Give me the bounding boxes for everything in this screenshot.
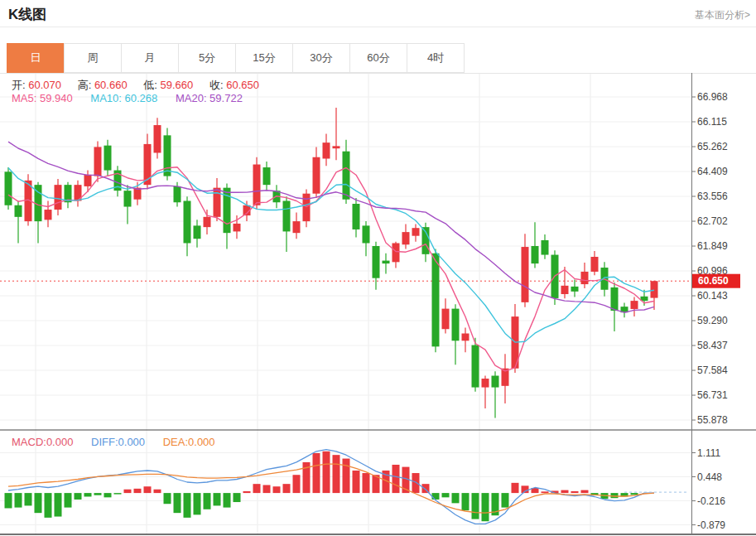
macd-hist-bar [472, 493, 479, 519]
candle-body [15, 205, 22, 217]
title-bar: K线图 基本面分析> [0, 0, 756, 27]
candle-body [482, 379, 489, 388]
macd-hist-bar [432, 493, 440, 500]
macd-hist-bar [224, 493, 231, 507]
open-label: 开: [12, 79, 26, 91]
macd-hist-bar [5, 493, 12, 508]
dea-value: DEA:0.000 [163, 436, 215, 448]
candle-body [253, 165, 261, 205]
y-axis-label: 63.556 [697, 191, 728, 202]
candle-body [94, 147, 102, 176]
candle-body [383, 261, 390, 264]
tab-period-4-15分[interactable]: 15分 [235, 43, 293, 73]
close-value: 60.650 [226, 79, 259, 91]
candle-body [581, 272, 589, 284]
macd-hist-bar [452, 493, 460, 503]
macd-hist-bar [293, 475, 301, 493]
macd-hist-bar [243, 491, 251, 493]
tab-period-3-5分[interactable]: 5分 [178, 43, 236, 73]
candle-body [651, 281, 658, 297]
candle-body [452, 309, 460, 341]
y-axis-label: 59.290 [697, 315, 728, 326]
candle-body [402, 232, 410, 244]
macd-hist-bar [84, 493, 92, 496]
macd-hist-bar [462, 493, 469, 510]
tab-period-6-60分[interactable]: 60分 [349, 43, 407, 73]
macd-hist-bar [561, 490, 569, 493]
candle-body [283, 200, 291, 231]
tab-period-7-4时[interactable]: 4时 [407, 43, 465, 73]
candle-body [492, 376, 499, 388]
candle-body [263, 167, 271, 185]
macd-hist-bar [25, 493, 32, 505]
macd-value: MACD:0.000 [12, 436, 73, 448]
macd-hist-bar [412, 473, 420, 493]
candle-body [104, 146, 112, 171]
candle-body [174, 186, 181, 202]
macd-hist-bar [134, 489, 142, 493]
candle-body [234, 224, 241, 231]
macd-hist-bar [542, 491, 549, 493]
candle-body [313, 157, 320, 194]
candle-body [472, 345, 479, 388]
ma5-value: MA5: 59.940 [12, 92, 73, 104]
macd-hist-bar [313, 453, 320, 493]
macd-hist-bar [45, 493, 52, 518]
macd-hist-bar [263, 485, 271, 493]
ma-legend: MA5: 59.940 MA10: 60.268 MA20: 59.722 [12, 92, 243, 104]
tab-period-0-日[interactable]: 日 [7, 43, 65, 73]
candle-body [631, 301, 638, 309]
candle-body [432, 254, 440, 347]
y-axis-label: 66.968 [697, 91, 728, 103]
open-value: 60.070 [28, 79, 61, 91]
macd-hist-bar [333, 455, 340, 493]
ma10-value: MA10: 60.268 [90, 92, 157, 104]
candle-body [323, 142, 330, 158]
macd-hist-bar [502, 493, 509, 507]
diff-value: DIFF:0.000 [91, 436, 145, 448]
y-axis-label: 61.849 [697, 240, 728, 252]
macd-hist-bar [273, 486, 281, 493]
macd-hist-bar [353, 471, 360, 493]
tab-period-1-周[interactable]: 周 [64, 43, 122, 73]
macd-hist-bar [253, 484, 261, 493]
macd-hist-bar [55, 493, 62, 516]
candle-body [55, 185, 62, 210]
candle-body [591, 257, 599, 272]
fundamental-analysis-link[interactable]: 基本面分析> [695, 8, 750, 22]
kline-page: K线图 基本面分析> 日周月5分15分30分60分4时 66.96866.115… [0, 0, 756, 536]
period-tab-bar: 日周月5分15分30分60分4时 [7, 43, 465, 73]
candle-body [392, 243, 400, 262]
tab-period-5-30分[interactable]: 30分 [292, 43, 350, 73]
candle-body [124, 191, 132, 206]
candle-body [333, 146, 340, 148]
macd-hist-bar [343, 459, 350, 494]
macd-legend: MACD:0.000 DIFF:0.000 DEA:0.000 [12, 436, 215, 448]
macd-axis-label: 0.448 [697, 471, 722, 483]
macd-hist-bar [323, 451, 330, 493]
candle-body [611, 287, 619, 311]
macd-hist-bar [442, 493, 450, 497]
macd-hist-bar [174, 493, 181, 513]
tab-period-2-月[interactable]: 月 [121, 43, 179, 73]
candle-body [343, 152, 350, 200]
candle-body [532, 246, 539, 263]
candle-body [164, 135, 171, 176]
candle-body [542, 240, 549, 255]
candle-body [214, 188, 221, 217]
macd-hist-bar [581, 490, 589, 493]
macd-axis-label: -0.879 [697, 519, 725, 531]
candle-body [363, 225, 370, 243]
candle-body [45, 210, 52, 220]
macd-hist-bar [571, 491, 579, 493]
macd-hist-bar [512, 483, 519, 493]
candle-body [154, 125, 161, 152]
macd-hist-bar [144, 486, 152, 493]
close-label: 收: [209, 79, 224, 91]
candle-body [522, 247, 529, 302]
macd-hist-bar [392, 465, 400, 493]
candle-body [184, 200, 191, 243]
macd-hist-bar [631, 493, 638, 495]
macd-hist-bar [234, 493, 241, 502]
y-axis-label: 60.143 [697, 290, 728, 302]
